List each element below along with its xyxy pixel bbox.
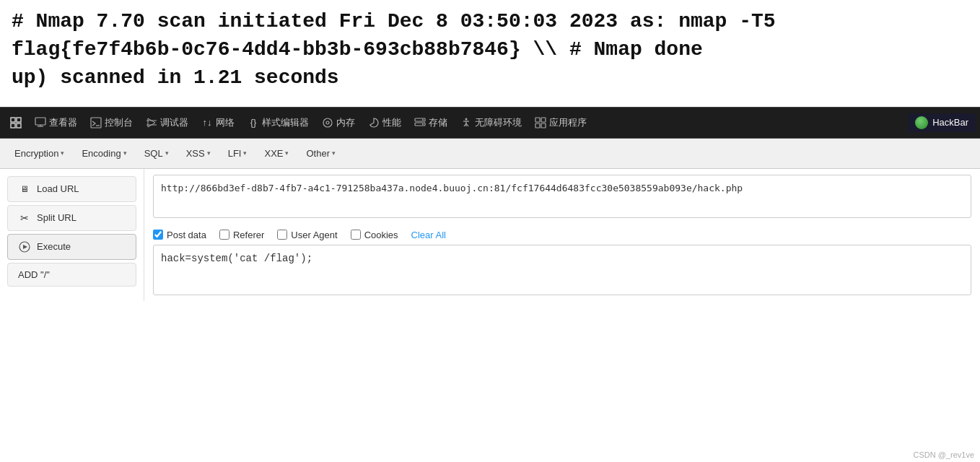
encryption-menu[interactable]: Encryption ▾ xyxy=(9,145,70,162)
hackbar-content: http://866bd3ef-d8b7-4fb7-a4c1-791258ba4… xyxy=(144,169,980,301)
lfi-menu[interactable]: LFI ▾ xyxy=(222,145,253,162)
hackbar-main: 🖥 Load URL ✂ Split URL Execute ADD "/" h… xyxy=(0,169,980,301)
storage-label: 存储 xyxy=(429,116,447,129)
xss-chevron: ▾ xyxy=(207,149,211,157)
svg-marker-9 xyxy=(148,118,155,127)
svg-rect-2 xyxy=(17,118,21,122)
console-label: 控制台 xyxy=(105,116,133,129)
nmap-output: # Nmap 7.70 scan initiated Fri Dec 8 03:… xyxy=(0,0,980,107)
code-input[interactable] xyxy=(153,245,971,295)
encoding-menu[interactable]: Encoding ▾ xyxy=(76,145,132,162)
memory-icon xyxy=(322,117,333,128)
style-editor-label: 样式编辑器 xyxy=(262,116,309,129)
xxe-menu[interactable]: XXE ▾ xyxy=(258,145,294,162)
add-slash-button[interactable]: ADD "/" xyxy=(7,263,136,287)
svg-rect-24 xyxy=(541,118,546,122)
svg-rect-1 xyxy=(11,123,15,128)
execute-label: Execute xyxy=(37,241,71,252)
network-icon: ↑↓ xyxy=(201,117,213,128)
post-data-checkbox-label[interactable]: Post data xyxy=(153,230,206,240)
options-row: Post data Referer User Agent Cookies Cle… xyxy=(153,225,971,245)
cookies-checkbox[interactable] xyxy=(351,230,361,240)
accessibility-label: 无障碍环境 xyxy=(475,116,522,129)
svg-point-16 xyxy=(422,119,424,121)
cookies-label: Cookies xyxy=(364,230,398,240)
devtools-memory[interactable]: 内存 xyxy=(316,113,361,132)
other-menu[interactable]: Other ▾ xyxy=(300,145,341,162)
svg-rect-7 xyxy=(91,118,101,128)
execute-icon xyxy=(18,240,31,253)
post-data-checkbox[interactable] xyxy=(153,230,163,240)
load-url-label: Load URL xyxy=(37,183,79,194)
viewer-icon xyxy=(35,117,46,128)
svg-marker-28 xyxy=(23,245,27,249)
other-chevron: ▾ xyxy=(332,149,336,157)
cookies-checkbox-label[interactable]: Cookies xyxy=(351,230,398,240)
watermark: CSDN @_rev1ve xyxy=(913,450,974,459)
sql-chevron: ▾ xyxy=(165,149,169,157)
devtools-debugger[interactable]: 调试器 xyxy=(140,113,194,132)
app-label: 应用程序 xyxy=(549,116,587,129)
performance-icon xyxy=(368,117,380,128)
hackbar-sidebar: 🖥 Load URL ✂ Split URL Execute ADD "/" xyxy=(0,169,144,301)
debugger-icon xyxy=(146,117,157,128)
encoding-label: Encoding xyxy=(82,148,121,159)
svg-rect-0 xyxy=(11,118,15,122)
nmap-line2: flag{fe7f4b6b-0c76-4dd4-bb3b-693cb88b784… xyxy=(12,35,968,64)
load-url-button[interactable]: 🖥 Load URL xyxy=(7,176,136,202)
xss-menu[interactable]: XSS ▾ xyxy=(180,145,216,162)
lfi-label: LFI xyxy=(228,148,242,159)
devtools-style-editor[interactable]: {} 样式编辑器 xyxy=(242,113,315,132)
post-data-label: Post data xyxy=(167,230,206,240)
split-url-label: Split URL xyxy=(37,212,76,223)
user-agent-label: User Agent xyxy=(291,230,337,240)
devtools-hackbar[interactable]: HackBar xyxy=(908,113,976,132)
svg-point-17 xyxy=(422,123,424,125)
svg-rect-26 xyxy=(541,123,546,128)
style-editor-icon: {} xyxy=(248,117,259,128)
referer-checkbox-label[interactable]: Referer xyxy=(219,230,264,240)
referer-checkbox[interactable] xyxy=(219,230,229,240)
split-url-icon: ✂ xyxy=(18,212,31,225)
devtools-inspector-icon[interactable] xyxy=(4,114,27,131)
encryption-label: Encryption xyxy=(14,148,58,159)
svg-point-13 xyxy=(326,121,329,124)
xss-label: XSS xyxy=(186,148,205,159)
accessibility-icon xyxy=(460,117,472,128)
svg-rect-4 xyxy=(35,118,45,125)
add-slash-label: ADD "/" xyxy=(18,269,50,280)
svg-point-18 xyxy=(465,118,468,120)
devtools-storage[interactable]: 存储 xyxy=(408,113,453,132)
load-url-icon: 🖥 xyxy=(18,183,31,196)
execute-button[interactable]: Execute xyxy=(7,234,136,260)
viewer-label: 查看器 xyxy=(49,116,77,129)
app-icon xyxy=(535,117,546,128)
sql-menu[interactable]: SQL ▾ xyxy=(139,145,175,162)
user-agent-checkbox[interactable] xyxy=(277,230,287,240)
hackbar-icon xyxy=(915,116,928,129)
network-label: 网络 xyxy=(216,116,235,129)
memory-label: 内存 xyxy=(336,116,355,129)
hackbar-menu-toolbar: Encryption ▾ Encoding ▾ SQL ▾ XSS ▾ LFI … xyxy=(0,139,980,169)
url-input[interactable]: http://866bd3ef-d8b7-4fb7-a4c1-791258ba4… xyxy=(153,175,971,218)
clear-all-button[interactable]: Clear All xyxy=(411,230,446,240)
devtools-app[interactable]: 应用程序 xyxy=(529,113,592,132)
devtools-network[interactable]: ↑↓ 网络 xyxy=(196,113,240,132)
devtools-console[interactable]: 控制台 xyxy=(84,113,139,132)
storage-icon xyxy=(414,117,426,128)
console-icon xyxy=(90,117,102,128)
nmap-line1: # Nmap 7.70 scan initiated Fri Dec 8 03:… xyxy=(12,7,968,35)
xxe-label: XXE xyxy=(264,148,283,159)
lfi-chevron: ▾ xyxy=(243,149,247,157)
sql-label: SQL xyxy=(144,148,163,159)
performance-label: 性能 xyxy=(382,116,401,129)
devtools-viewer[interactable]: 查看器 xyxy=(29,113,83,132)
split-url-button[interactable]: ✂ Split URL xyxy=(7,205,136,231)
svg-rect-23 xyxy=(535,118,540,122)
svg-rect-3 xyxy=(17,123,21,128)
nmap-line3: up) scanned in 1.21 seconds xyxy=(12,64,968,92)
devtools-performance[interactable]: 性能 xyxy=(362,113,407,132)
devtools-accessibility[interactable]: 无障碍环境 xyxy=(455,113,528,132)
referer-label: Referer xyxy=(233,230,264,240)
user-agent-checkbox-label[interactable]: User Agent xyxy=(277,230,337,240)
